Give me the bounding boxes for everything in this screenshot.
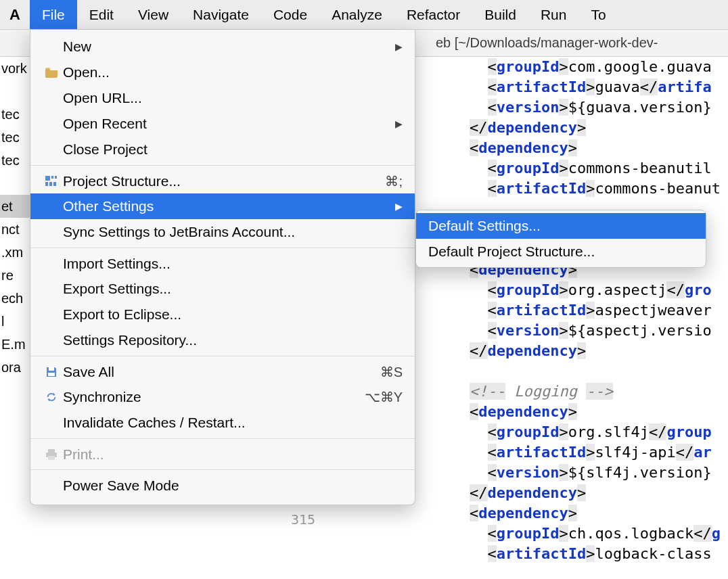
structure-icon: [40, 175, 63, 187]
tree-fragment[interactable]: [0, 80, 30, 103]
menu-item-label: Export to Eclipse...: [63, 306, 403, 323]
menu-item-close-project[interactable]: Close Project: [30, 137, 415, 162]
path-text: eb [~/Downloads/manager-work-dev-: [436, 35, 658, 51]
file-menu-dropdown[interactable]: New▶Open...Open URL...Open Recent▶Close …: [30, 30, 415, 505]
menu-item-label: Save All: [63, 364, 373, 380]
other-settings-submenu[interactable]: Default Settings...Default Project Struc…: [415, 210, 706, 268]
menubar-item-navigate[interactable]: Navigate: [181, 0, 261, 29]
menubar-item-view[interactable]: View: [126, 0, 181, 29]
tree-fragment[interactable]: re: [0, 264, 30, 287]
menubar-item-code[interactable]: Code: [261, 0, 319, 29]
project-tree-sliver[interactable]: vork tectectec etnct.xmreechlE.mora: [0, 57, 30, 579]
tree-fragment[interactable]: E.m: [0, 333, 30, 356]
menu-item-open-url[interactable]: Open URL...: [30, 85, 415, 111]
tree-fragment[interactable]: ora: [0, 356, 30, 379]
menu-item-project-structure[interactable]: Project Structure...⌘;: [30, 165, 415, 193]
menubar-item-file[interactable]: File: [30, 0, 77, 29]
submenu-item-default-settings[interactable]: Default Settings...: [416, 213, 706, 239]
menubar-item-build[interactable]: Build: [472, 0, 528, 29]
folder-icon: [40, 66, 63, 78]
svg-rect-5: [53, 182, 56, 186]
line-number: 315: [291, 511, 315, 528]
shortcut-text: ⌘;: [385, 173, 403, 189]
menu-item-label: Invalidate Caches / Restart...: [63, 415, 403, 431]
menu-item-label: Print...: [63, 446, 403, 463]
menu-item-open-recent[interactable]: Open Recent▶: [30, 111, 415, 137]
menu-item-save-all[interactable]: Save All⌘S: [30, 356, 415, 384]
menu-item-label: Sync Settings to JetBrains Account...: [63, 224, 403, 240]
menu-item-synchronize[interactable]: Synchronize⌥⌘Y: [30, 384, 415, 410]
menu-item-label: Settings Repository...: [63, 332, 403, 348]
svg-rect-6: [49, 367, 54, 371]
submenu-item-label: Default Project Structure...: [428, 244, 595, 260]
svg-rect-3: [45, 182, 48, 186]
svg-rect-0: [45, 176, 50, 181]
menu-item-label: Other Settings: [63, 198, 395, 214]
menubar-item-refactor[interactable]: Refactor: [394, 0, 472, 29]
menu-item-open[interactable]: Open...: [30, 60, 415, 85]
shortcut-text: ⌥⌘Y: [365, 389, 403, 405]
menu-item-settings-repository[interactable]: Settings Repository...: [30, 327, 415, 353]
menu-item-label: Power Save Mode: [63, 478, 403, 494]
menu-item-label: Import Settings...: [63, 256, 403, 272]
menu-item-import-settings[interactable]: Import Settings...: [30, 248, 415, 276]
menu-item-invalidate-caches-restart[interactable]: Invalidate Caches / Restart...: [30, 410, 415, 436]
menu-item-label: Close Project: [63, 141, 403, 158]
tree-fragment[interactable]: l: [0, 310, 30, 333]
menu-item-label: Synchronize: [63, 389, 358, 405]
menu-item-label: Export Settings...: [63, 281, 403, 297]
tree-fragment[interactable]: .xm: [0, 241, 30, 264]
menu-item-export-to-eclipse[interactable]: Export to Eclipse...: [30, 302, 415, 327]
tree-fragment[interactable]: tec: [0, 126, 30, 149]
menu-item-power-save-mode[interactable]: Power Save Mode: [30, 469, 415, 498]
app-letter: A: [0, 0, 30, 29]
submenu-item-default-project-structure[interactable]: Default Project Structure...: [416, 239, 706, 264]
editor-lines: <groupId>com.google.guava <artifactId>gu…: [470, 57, 721, 564]
shortcut-text: ⌘S: [380, 364, 403, 380]
svg-rect-4: [49, 182, 52, 186]
tree-fragment[interactable]: nct: [0, 218, 30, 241]
submenu-item-label: Default Settings...: [428, 218, 541, 234]
menu-item-label: Open URL...: [63, 90, 403, 106]
tree-fragment[interactable]: vork: [0, 57, 30, 80]
menu-item-label: Open...: [63, 64, 403, 80]
menu-item-export-settings[interactable]: Export Settings...: [30, 276, 415, 302]
svg-rect-8: [48, 449, 55, 453]
menubar: A FileEditViewNavigateCodeAnalyzeRefacto…: [0, 0, 728, 30]
svg-rect-10: [48, 456, 55, 460]
tree-fragment[interactable]: ech: [0, 287, 30, 310]
menubar-item-analyze[interactable]: Analyze: [319, 0, 394, 29]
tree-fragment[interactable]: tec: [0, 103, 30, 126]
menu-item-label: Open Recent: [63, 116, 395, 132]
tree-fragment[interactable]: tec: [0, 149, 30, 172]
menubar-item-to[interactable]: To: [578, 0, 618, 29]
submenu-arrow-icon: ▶: [395, 41, 403, 52]
svg-rect-2: [55, 176, 57, 179]
menu-item-print: Print...: [30, 438, 415, 467]
menu-item-other-settings[interactable]: Other Settings▶: [30, 193, 415, 219]
tree-fragment[interactable]: et: [0, 195, 30, 218]
menu-item-label: Project Structure...: [63, 173, 378, 189]
menu-item-new[interactable]: New▶: [30, 34, 415, 60]
sync-icon: [40, 391, 63, 403]
menubar-item-edit[interactable]: Edit: [77, 0, 126, 29]
tree-fragment[interactable]: [0, 172, 30, 195]
svg-rect-7: [48, 373, 55, 376]
save-icon: [40, 366, 63, 378]
menubar-item-run[interactable]: Run: [528, 0, 579, 29]
menu-item-label: New: [63, 39, 395, 55]
svg-rect-1: [51, 176, 53, 179]
submenu-arrow-icon: ▶: [395, 201, 403, 212]
submenu-arrow-icon: ▶: [395, 118, 403, 129]
print-icon: [40, 448, 63, 461]
menu-item-sync-settings-to-jetbrains-account[interactable]: Sync Settings to JetBrains Account...: [30, 219, 415, 245]
